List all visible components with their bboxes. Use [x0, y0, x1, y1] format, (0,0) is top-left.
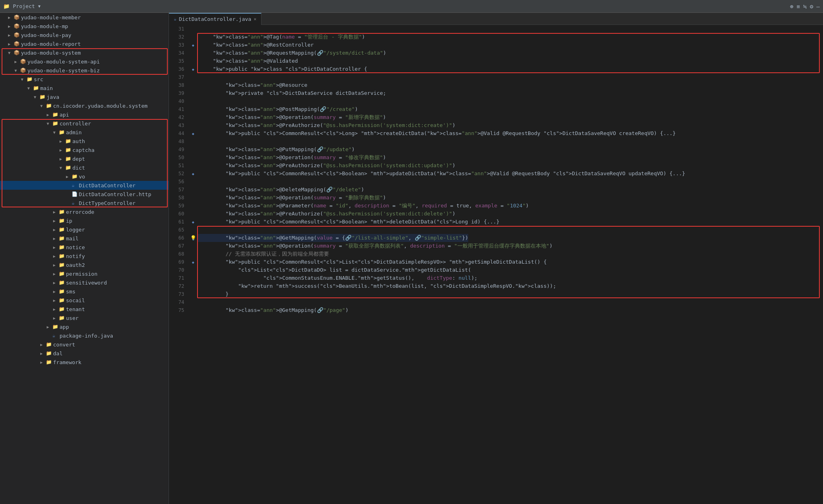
- line-content: "kw">class="ann">@PreAuthorize("@ss.hasP…: [197, 210, 455, 218]
- code-line: 66💡 "kw">class="ann">@GetMapping(value =…: [169, 234, 823, 242]
- filter-icon[interactable]: ≒: [803, 3, 807, 10]
- tree-arrow: ▶: [60, 157, 65, 161]
- tree-arrow: ▶: [53, 272, 59, 276]
- tree-item-ip[interactable]: ▶📁ip: [0, 216, 169, 225]
- tree-arrow: ▶: [47, 113, 52, 117]
- file-icon: 📁: [46, 342, 53, 347]
- tree-item-cn.iocoder.yudao.module.system[interactable]: ▼📁cn.iocoder.yudao.module.system: [0, 101, 169, 110]
- tree-label: yudao-module-system: [21, 50, 81, 56]
- sidebar[interactable]: ▶📦yudao-module-member▶📦yudao-module-mp▶📦…: [0, 13, 169, 504]
- line-number: 66: [169, 235, 189, 241]
- tree-item-yudao-module-system-api[interactable]: ▶📦yudao-module-system-api: [0, 57, 169, 66]
- tree-item-DictDataController.http[interactable]: 📄DictDataController.http: [0, 190, 169, 199]
- tree-arrow: ▶: [14, 59, 20, 64]
- tree-label: permission: [66, 271, 97, 277]
- line-number: 39: [169, 90, 189, 96]
- tree-item-auth[interactable]: ▶📁auth: [0, 137, 169, 145]
- tree-item-dal[interactable]: ▶📁dal: [0, 349, 169, 358]
- tab-dict-data-controller[interactable]: ☕ DictDataController.java ✕: [169, 13, 261, 25]
- settings-icon[interactable]: ⚙: [810, 3, 813, 10]
- tree-item-user[interactable]: ▶📁user: [0, 313, 169, 322]
- tree-item-sms[interactable]: ▶📁sms: [0, 287, 169, 296]
- tree-arrow: ▶: [40, 360, 46, 365]
- tree-item-yudao-module-member[interactable]: ▶📦yudao-module-member: [0, 13, 169, 22]
- tree-item-dict[interactable]: ▼📁dict: [0, 163, 169, 172]
- code-line: 73 }: [169, 290, 823, 298]
- code-line: 42 "kw">class="ann">@Operation(summary =…: [169, 113, 823, 121]
- tree-label: yudao-module-pay: [21, 32, 71, 38]
- tree-item-yudao-module-system[interactable]: ▼📦yudao-module-system: [0, 48, 169, 57]
- list-icon[interactable]: ≡: [796, 3, 800, 10]
- line-number: 43: [169, 123, 189, 128]
- file-icon: 📁: [59, 271, 66, 277]
- code-line: 70 "cls">List<"cls">DictDataDO> list = d…: [169, 266, 823, 274]
- line-number: 50: [169, 155, 189, 160]
- tree-item-vo[interactable]: ▶📁vo: [0, 172, 169, 181]
- line-content: "kw">return "mth">success("cls">BeanUtil…: [197, 282, 556, 290]
- tree-item-java[interactable]: ▼📁java: [0, 92, 169, 101]
- line-content: "kw">class="ann">@Operation(summary = "获…: [197, 242, 552, 250]
- code-line: 56: [169, 178, 823, 186]
- tree-arrow: ▶: [53, 263, 59, 267]
- tree-item-admin[interactable]: ▼📁admin: [0, 128, 169, 137]
- tree-item-app[interactable]: ▶📁app: [0, 322, 169, 331]
- tree-item-socail[interactable]: ▶📁socail: [0, 296, 169, 305]
- tree-item-yudao-module-pay[interactable]: ▶📦yudao-module-pay: [0, 31, 169, 39]
- line-number: 57: [169, 187, 189, 193]
- tree-item-notice[interactable]: ▶📁notice: [0, 243, 169, 252]
- tree-item-framework[interactable]: ▶📁framework: [0, 358, 169, 367]
- tree-label: DictDataController: [79, 182, 136, 188]
- file-icon: 📁: [65, 147, 72, 153]
- tree-item-errorcode[interactable]: ▶📁errorcode: [0, 207, 169, 216]
- tree-label: errorcode: [66, 209, 94, 215]
- code-editor[interactable]: 3132 "kw">class="ann">@Tag(name = "管理后台 …: [169, 25, 823, 504]
- line-number: 61: [169, 219, 189, 225]
- code-line: 59 "kw">class="ann">@Parameter(name = "i…: [169, 202, 823, 210]
- file-icon: 📁: [59, 209, 66, 215]
- tree-item-sensitivewood[interactable]: ▶📁sensitiveword: [0, 278, 169, 287]
- tree-item-DictDataController[interactable]: ☕DictDataController: [0, 181, 169, 190]
- tree-label: yudao-module-system-api: [27, 59, 100, 65]
- tree-item-notify[interactable]: ▶📁notify: [0, 252, 169, 260]
- minimize-icon[interactable]: —: [817, 3, 820, 10]
- top-bar-title: Project: [13, 3, 35, 9]
- tree-item-yudao-module-system-biz[interactable]: ▼📦yudao-module-system-biz: [0, 66, 169, 75]
- line-number: 33: [169, 42, 189, 48]
- top-bar: 📁 Project ▼ ⊕ ≡ ≒ ⚙ —: [0, 0, 823, 13]
- file-icon: 📦: [14, 23, 21, 29]
- tree-item-api[interactable]: ▶📁api: [0, 110, 169, 119]
- tree-item-package-info.java[interactable]: ☕package-info.java: [0, 331, 169, 340]
- tree-item-controller[interactable]: ▼📁controller: [0, 119, 169, 128]
- tree-label: socail: [66, 297, 85, 303]
- tree-label: yudao-module-mp: [21, 23, 68, 29]
- tree-item-oauth2[interactable]: ▶📁oauth2: [0, 260, 169, 269]
- tree-item-yudao-module-mp[interactable]: ▶📦yudao-module-mp: [0, 22, 169, 31]
- tree-item-permission[interactable]: ▶📁permission: [0, 269, 169, 278]
- tree-item-mail[interactable]: ▶📁mail: [0, 234, 169, 243]
- tree-item-main[interactable]: ▼📁main: [0, 84, 169, 92]
- tree-item-src[interactable]: ▼📁src: [0, 75, 169, 84]
- tree-label: logger: [66, 227, 85, 233]
- top-bar-dropdown-icon[interactable]: ▼: [38, 4, 41, 8]
- tree-item-DictTypeController[interactable]: ☕DictTypeController: [0, 199, 169, 207]
- code-line: 31: [169, 25, 823, 33]
- tab-close-button[interactable]: ✕: [254, 16, 257, 22]
- line-number: 31: [169, 26, 189, 32]
- tree-item-yudao-module-report[interactable]: ▶📦yudao-module-report: [0, 39, 169, 48]
- tree-item-convert[interactable]: ▶📁convert: [0, 340, 169, 349]
- tree-item-tenant[interactable]: ▶📁tenant: [0, 305, 169, 313]
- tree-label: tenant: [66, 306, 85, 312]
- tree-item-captcha[interactable]: ▶📁captcha: [0, 145, 169, 154]
- line-number: 69: [169, 259, 189, 265]
- tree-label: framework: [53, 359, 81, 365]
- line-number: 56: [169, 179, 189, 184]
- file-icon: 📁: [59, 315, 66, 321]
- gear-icon[interactable]: ⊕: [790, 3, 793, 10]
- code-line: 41 "kw">class="ann">@PostMapping(🔗"/crea…: [169, 105, 823, 113]
- line-content: "kw">class="ann">@GetMapping(🔗"/page"): [197, 306, 348, 314]
- sidebar-wrapper: ▶📦yudao-module-member▶📦yudao-module-mp▶📦…: [0, 13, 169, 367]
- line-number: 49: [169, 147, 189, 152]
- code-line: 38 "kw">class="ann">@Resource: [169, 81, 823, 89]
- tree-item-logger[interactable]: ▶📁logger: [0, 225, 169, 234]
- tree-item-dept[interactable]: ▶📁dept: [0, 154, 169, 163]
